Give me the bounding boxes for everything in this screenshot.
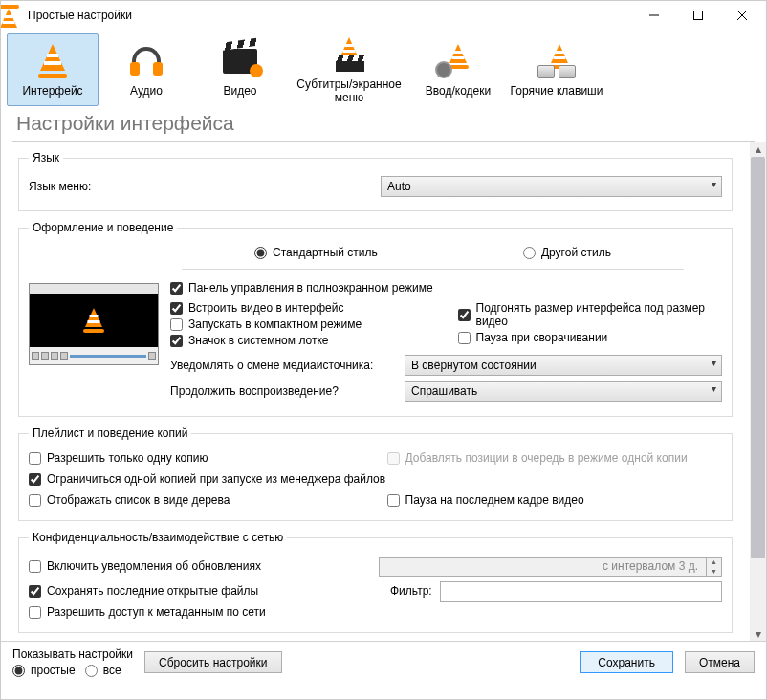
clapboard-icon [221,42,259,80]
window-title: Простые настройки [28,9,632,22]
page-title: Настройки интерфейса [1,106,766,141]
tab-video[interactable]: Видео [194,33,286,106]
headphones-icon [127,42,165,80]
tab-label: Горячие клавиши [511,84,603,98]
group-language: Язык Язык меню: Auto [18,151,733,211]
minimize-button[interactable] [632,1,676,30]
reset-button[interactable]: Сбросить настройки [144,651,281,673]
group-legend: Язык [29,151,63,164]
spinner-value: с интервалом 3 д. [380,559,707,573]
tab-label: Ввод/кодеки [426,84,491,98]
chk-fullscreen-controls[interactable] [170,282,183,295]
chk-save-recent[interactable] [29,585,41,598]
media-change-label: Уведомлять о смене медиаисточника: [170,359,395,372]
vertical-scrollbar[interactable]: ▴ ▾ [750,142,766,641]
show-settings-label: Показывать настройки [12,647,133,661]
minimize-icon [649,11,659,20]
spinner-down: ▼ [707,566,721,576]
tab-label: Аудио [130,84,163,98]
filter-label: Фильтр: [390,584,432,598]
chk-label: Добавлять позиции в очередь в режиме одн… [405,451,688,465]
group-legend: Оформление и поведение [29,221,177,234]
tab-label: Субтитры/экранное меню [289,77,409,104]
cone-gear-icon [439,42,477,80]
chk-label: Отображать список в виде дерева [47,493,230,507]
tab-interface[interactable]: Интерфейс [7,33,99,106]
continue-playback-label: Продолжить воспроизведение? [170,384,395,398]
group-legend: Конфиденциальность/взаимодействие с сеть… [29,531,287,544]
chk-metadata-network[interactable] [29,606,41,619]
cone-clap-icon [330,35,368,74]
media-change-select[interactable]: В свёрнутом состоянии [405,355,722,376]
cone-icon [33,42,72,80]
chk-resize-interface[interactable] [458,309,471,321]
footer: Показывать настройки простые все Сбросит… [1,641,766,687]
radio-label: все [103,664,121,677]
svg-rect-1 [694,11,703,20]
filter-input[interactable] [440,581,722,602]
cancel-button[interactable]: Отмена [685,651,755,673]
chk-pause-minimize[interactable] [458,332,471,344]
radio-simple[interactable] [12,665,25,677]
group-privacy: Конфиденциальность/взаимодействие с сеть… [18,531,733,633]
cone-keys-icon [537,42,576,80]
chk-label: Ограничиться одной копией при запуске из… [47,472,385,486]
titlebar: Простые настройки [1,1,766,30]
close-icon [737,11,747,20]
tab-label: Интерфейс [22,84,82,98]
interface-preview [29,283,159,365]
scroll-up-arrow[interactable]: ▴ [750,142,766,156]
group-playlist: Плейлист и поведение копий Разрешить тол… [18,427,733,521]
scrollbar-thumb[interactable] [751,157,765,558]
app-icon [9,9,22,22]
tab-hotkeys[interactable]: Горячие клавиши [506,33,607,106]
cone-icon [82,308,105,333]
group-legend: Плейлист и поведение копий [29,427,191,440]
divider [182,269,684,270]
update-interval-spinner: с интервалом 3 д. ▲▼ [379,557,723,577]
save-button[interactable]: Сохранить [580,651,673,673]
chk-label: Разрешить доступ к метаданным по сети [47,605,266,619]
category-tabs: Интерфейс Аудио Видео Субтитры/экранное … [1,30,766,106]
chk-embed-video[interactable] [170,302,183,315]
radio-standard-style[interactable] [254,247,267,259]
continue-playback-select[interactable]: Спрашивать [405,381,722,402]
settings-scroll-area: Язык Язык меню: Auto Оформление и поведе… [1,142,750,641]
chk-label: Панель управления в полноэкранном режиме [188,281,433,295]
menu-language-label: Язык меню: [29,180,373,193]
chk-label: Разрешить только одну копию [47,451,208,465]
maximize-icon [693,11,703,20]
tab-codecs[interactable]: Ввод/кодеки [412,33,504,106]
chk-label: Значок в системном лотке [188,334,328,347]
close-button[interactable] [720,1,764,30]
maximize-button[interactable] [676,1,720,30]
chk-label: Запускать в компактном режиме [188,317,362,331]
tab-subtitles[interactable]: Субтитры/экранное меню [288,33,410,106]
chk-one-instance-fm[interactable] [29,473,41,486]
chk-enqueue [387,452,400,465]
chk-label: Сохранять последние открытые файлы [47,584,258,598]
radio-all[interactable] [85,665,98,677]
chk-label: Встроить видео в интерфейс [188,301,343,315]
scroll-down-arrow[interactable]: ▾ [750,626,766,641]
chk-label: Включить уведомления об обновлениях [47,559,261,573]
chk-update-notify[interactable] [29,560,41,573]
group-look: Оформление и поведение Стандартный стиль… [18,221,733,417]
chk-single-instance[interactable] [29,452,41,465]
menu-language-select[interactable]: Auto [381,176,722,197]
chk-label: Подгонять размер интерфейса под размер в… [476,301,723,328]
chk-label: Пауза при сворачивании [476,331,608,344]
spinner-up: ▲ [707,557,721,566]
tab-label: Видео [223,84,256,98]
chk-pause-last-frame[interactable] [387,494,400,507]
radio-label: Другой стиль [541,246,611,259]
tab-audio[interactable]: Аудио [100,33,192,106]
radio-other-style[interactable] [523,247,536,259]
radio-label: простые [31,664,76,677]
chk-tray[interactable] [170,335,183,347]
chk-compact[interactable] [170,318,183,331]
radio-label: Стандартный стиль [273,246,378,259]
chk-label: Пауза на последнем кадре видео [405,493,584,507]
chk-tree-view[interactable] [29,494,41,507]
